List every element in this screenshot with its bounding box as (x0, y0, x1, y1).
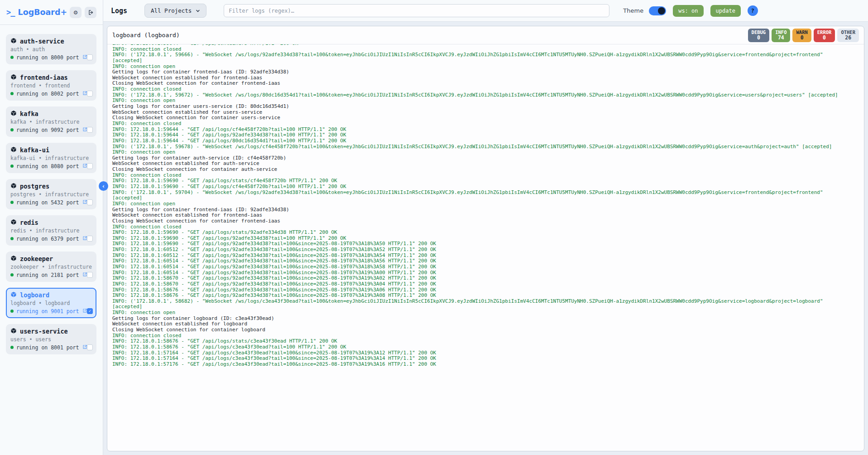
chevron-down-icon (196, 9, 200, 13)
log-line: INFO: 172.18.0.1:58676 - "GET /api/logs/… (112, 344, 859, 350)
service-card-redis[interactable]: redisredis • infrastructurerunning on 63… (6, 215, 96, 246)
service-status-text: running on 6379 port (16, 236, 79, 242)
package-cube-icon (10, 146, 17, 155)
service-status: running on 6379 port (10, 235, 92, 242)
service-checkbox[interactable] (87, 344, 93, 350)
log-line: INFO: ('172.18.0.1', 59678) - "WebSocket… (112, 144, 859, 150)
package-cube-icon (10, 255, 17, 263)
badge-label: INFO (775, 29, 786, 35)
log-line: INFO: 172.18.0.1:59644 - "GET /api/logs/… (112, 138, 859, 144)
help-button[interactable]: ? (748, 5, 758, 16)
service-card-users-service[interactable]: users-serviceusers • usersrunning on 800… (6, 324, 96, 354)
service-status-text: running on 5432 port (16, 199, 79, 206)
service-name: kafka-ui (20, 146, 49, 154)
settings-button[interactable]: ⚙ (70, 7, 82, 18)
service-checkbox[interactable] (87, 163, 93, 169)
badge-debug[interactable]: DEBUG0 (748, 29, 770, 42)
service-status-text: running on 2181 port (16, 272, 79, 278)
service-subtitle: zookeeper • infrastructure (10, 264, 92, 271)
badge-info[interactable]: INFO74 (772, 29, 790, 42)
log-line: Closing WebSocket connection for contain… (112, 218, 859, 224)
log-line: WebSocket connection established for fro… (112, 213, 859, 218)
service-subtitle: auth • auth (10, 46, 92, 53)
project-filter-dropdown[interactable]: All Projects (144, 4, 206, 18)
service-subtitle: kafka • infrastructure (10, 119, 92, 126)
log-line: [accepted] (112, 195, 859, 201)
status-dot-icon (10, 128, 14, 131)
log-filter-input[interactable] (224, 4, 609, 17)
log-line: INFO: 172.18.0.1:60514 - "GET /api/logs/… (112, 264, 859, 270)
badge-warn[interactable]: WARN0 (792, 29, 811, 42)
log-line: INFO: connection open (112, 310, 859, 316)
sidebar: >_ LogBoard+ ⚙ auth-serviceauth • authru… (0, 0, 103, 455)
log-panel-header: logboard (logboard) DEBUG0INFO74WARN0ERR… (107, 26, 864, 44)
service-checkbox[interactable] (87, 127, 93, 133)
package-cube-icon (10, 327, 17, 336)
log-line: Closing WebSocket connection for contain… (112, 81, 859, 87)
service-status: running on 8001 port (10, 344, 92, 351)
theme-label: Theme (623, 7, 643, 14)
badge-other[interactable]: OTHER26 (837, 29, 859, 42)
log-line: INFO: connection closed (112, 87, 859, 92)
service-checkbox[interactable] (87, 199, 93, 205)
gear-icon: ⚙ (74, 9, 77, 16)
log-line: INFO: 172.18.0.1:59690 - "GET /api/logs/… (112, 230, 859, 236)
service-card-kafka-ui[interactable]: kafka-uikafka-ui • infrastructurerunning… (6, 143, 96, 173)
service-card-postgres[interactable]: postgrespostgres • infrastructurerunning… (6, 179, 96, 209)
service-checkbox[interactable]: ✓ (87, 308, 93, 314)
service-name: zookeeper (20, 255, 53, 262)
badge-label: DEBUG (752, 29, 766, 35)
badge-label: ERROR (817, 29, 832, 35)
log-output[interactable]: INFO: 172.18.0.1:59644 - "GET /api/conta… (107, 44, 864, 451)
service-name: postgres (20, 183, 49, 190)
service-status: running on 9001 port (10, 308, 92, 315)
log-line: INFO: 172.18.0.1:57176 - "GET /api/logs/… (112, 362, 859, 368)
service-checkbox[interactable] (87, 54, 93, 60)
status-dot-icon (10, 346, 14, 349)
service-status: running on 9092 port (10, 126, 92, 133)
package-cube-icon (10, 291, 17, 300)
theme-toggle-knob (658, 7, 665, 15)
service-card-logboard[interactable]: logboardlogboard • logboardrunning on 90… (6, 288, 96, 318)
sidebar-collapse-button[interactable]: ‹ (99, 181, 108, 191)
log-line: Getting logs for container users-service… (112, 104, 859, 110)
service-card-auth-service[interactable]: auth-serviceauth • authrunning on 8000 p… (6, 34, 96, 64)
service-checkbox[interactable] (87, 236, 93, 242)
service-name: users-service (20, 328, 68, 335)
service-name: auth-service (20, 38, 64, 45)
package-cube-icon (10, 182, 17, 191)
badge-error[interactable]: ERROR0 (814, 29, 835, 42)
service-card-zookeeper[interactable]: zookeeperzookeeper • infrastructurerunni… (6, 252, 96, 282)
update-button[interactable]: update (710, 5, 741, 17)
service-card-frontend-iaas[interactable]: frontend-iaasfrontend • frontendrunning … (6, 70, 96, 101)
log-line: INFO: 172.18.0.1:58670 - "GET /api/logs/… (112, 281, 859, 287)
websocket-toggle-button[interactable]: ws: on (673, 5, 703, 17)
service-status: running on 8080 port (10, 163, 92, 169)
status-dot-icon (10, 310, 14, 313)
app-title: LogBoard+ (18, 8, 67, 17)
package-cube-icon (10, 110, 17, 118)
badge-count: 26 (841, 35, 855, 41)
log-line: INFO: ('172.18.0.1', 59672) - "WebSocket… (112, 92, 859, 98)
service-list: auth-serviceauth • authrunning on 8000 p… (0, 25, 103, 354)
service-name: redis (20, 219, 38, 226)
chevron-left-icon: ‹ (102, 183, 106, 189)
badge-count: 0 (796, 35, 807, 41)
service-status-text: running on 8002 port (16, 91, 79, 97)
status-dot-icon (10, 165, 14, 168)
service-subtitle: logboard • logboard (10, 300, 92, 307)
service-checkbox[interactable] (87, 272, 93, 278)
service-status-text: running on 8000 port (16, 54, 79, 61)
log-line: INFO: connection open (112, 201, 859, 207)
service-card-kafka[interactable]: kafkakafka • infrastructurerunning on 90… (6, 106, 96, 137)
badge-count: 74 (775, 35, 786, 41)
badge-count: 0 (817, 35, 832, 41)
service-name: logboard (20, 291, 49, 299)
question-mark-icon: ? (751, 7, 755, 14)
log-line: Closing WebSocket connection for contain… (112, 115, 859, 121)
logout-button[interactable] (85, 7, 96, 18)
status-dot-icon (10, 201, 14, 204)
theme-toggle[interactable] (649, 6, 666, 15)
service-checkbox[interactable] (87, 91, 93, 97)
service-status-text: running on 8001 port (16, 344, 79, 351)
